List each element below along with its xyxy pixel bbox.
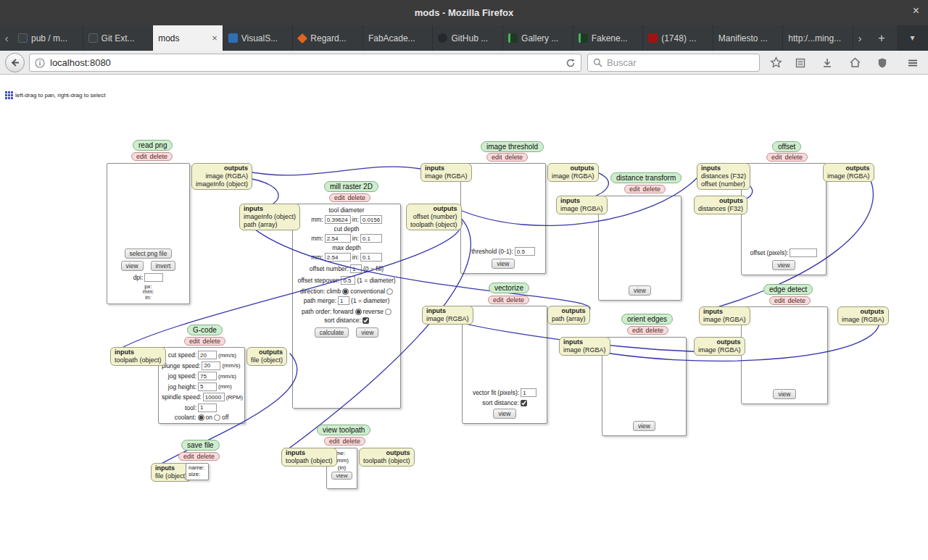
tool-input[interactable]: [198, 404, 217, 412]
jog-speed-input[interactable]: [198, 372, 217, 380]
vectorize-view-button[interactable]: view: [493, 409, 515, 419]
input-port-toolpath[interactable]: toolpath (object): [286, 457, 333, 465]
output-port-image-rgba[interactable]: image (RGBA): [698, 346, 741, 354]
module-mill-raster-title[interactable]: mill raster 2D: [324, 181, 378, 192]
all-tabs-button[interactable]: ▾: [897, 25, 928, 51]
offset-stepover-input[interactable]: [341, 276, 355, 285]
path-order-reverse-radio[interactable]: [385, 309, 392, 315]
delete-link[interactable]: delete: [343, 438, 361, 445]
delete-link[interactable]: delete: [785, 154, 803, 161]
read-png-invert-button[interactable]: invert: [151, 261, 176, 271]
output-port-toolpath[interactable]: toolpath (object): [410, 221, 457, 229]
output-port-path[interactable]: path (array): [552, 315, 586, 323]
input-port-path[interactable]: path (array): [244, 221, 296, 229]
output-port-image-rgba[interactable]: image (RGBA): [552, 172, 594, 180]
input-port-toolpath[interactable]: toolpath (object): [115, 356, 162, 364]
module-vectorize-title[interactable]: vectorize: [489, 283, 529, 293]
output-port-imageinfo[interactable]: imageInfo (object): [196, 180, 248, 188]
tab-fabacademy[interactable]: FabAcade...: [363, 25, 434, 51]
new-tab-button[interactable]: +: [866, 32, 897, 45]
cut-speed-input[interactable]: [198, 351, 217, 359]
tab-http-ming[interactable]: http:/...ming...: [783, 25, 853, 51]
module-image-threshold-title[interactable]: image threshold: [481, 141, 544, 152]
tab-manifiesto[interactable]: Manifiesto ...: [713, 25, 784, 51]
url-bar[interactable]: localhost:8080: [29, 54, 581, 72]
delete-link[interactable]: delete: [348, 194, 366, 201]
output-port-file[interactable]: file (object): [251, 356, 283, 364]
output-port-image-rgba[interactable]: image (RGBA): [842, 316, 884, 324]
tab-fakene[interactable]: Fakene...: [573, 25, 644, 51]
delete-link[interactable]: delete: [150, 153, 168, 160]
coolant-off-radio[interactable]: [214, 414, 220, 421]
tab-scroll-left-button[interactable]: ‹: [0, 25, 13, 51]
view-toolpath-view-button[interactable]: view: [331, 472, 352, 480]
cut-depth-mm-input[interactable]: [325, 234, 351, 243]
max-depth-mm-input[interactable]: [325, 253, 351, 262]
edit-link[interactable]: edit: [771, 154, 782, 161]
direction-climb-radio[interactable]: [342, 288, 349, 295]
edit-link[interactable]: edit: [136, 153, 147, 160]
tab-notifications[interactable]: (1748) ...: [643, 25, 713, 51]
tab-mods-active[interactable]: mods ×: [153, 25, 223, 51]
input-port-imageinfo[interactable]: imageInfo (object): [244, 213, 296, 221]
delete-link[interactable]: delete: [203, 338, 221, 345]
bookmarks-menu-icon[interactable]: [793, 56, 807, 70]
output-port-toolpath[interactable]: toolpath (object): [363, 457, 410, 465]
window-close-button[interactable]: ×: [913, 5, 919, 17]
back-button[interactable]: [5, 53, 25, 72]
home-icon[interactable]: [848, 56, 862, 70]
sort-distance-checkbox[interactable]: [521, 400, 527, 406]
edit-link[interactable]: edit: [334, 194, 345, 201]
module-gcode-title[interactable]: G-code: [187, 325, 223, 335]
module-save-file-title[interactable]: save file: [181, 440, 220, 451]
cut-depth-in-input[interactable]: [360, 234, 382, 243]
tool-diameter-mm-input[interactable]: [325, 215, 351, 224]
offset-number-input[interactable]: [350, 264, 362, 273]
reload-icon[interactable]: [566, 58, 576, 68]
edit-link[interactable]: edit: [492, 154, 502, 161]
input-port-image-rgba[interactable]: image (RGBA): [426, 315, 469, 323]
edit-link[interactable]: edit: [632, 327, 643, 334]
spindle-speed-input[interactable]: [203, 393, 225, 401]
delete-link[interactable]: delete: [507, 296, 525, 304]
threshold-input[interactable]: [515, 247, 535, 256]
vector-fit-input[interactable]: [521, 388, 536, 397]
modules-menu-grid-icon[interactable]: [5, 91, 13, 99]
url-text[interactable]: localhost:8080: [50, 57, 560, 68]
input-port-image-rgba[interactable]: image (RGBA): [703, 316, 746, 324]
tab-github[interactable]: GitHub ...: [433, 25, 503, 51]
jog-height-input[interactable]: [198, 383, 217, 391]
edit-link[interactable]: edit: [774, 297, 785, 304]
tool-diameter-in-input[interactable]: [360, 215, 382, 224]
tab-git-extensions[interactable]: Git Ext...: [83, 25, 154, 51]
direction-conventional-radio[interactable]: [386, 288, 393, 295]
offset-pixels-input[interactable]: [790, 248, 817, 257]
module-orient-edges-title[interactable]: orient edges: [621, 314, 673, 325]
mods-canvas[interactable]: left-drag to pan, right-drag to select r…: [0, 75, 928, 560]
input-port-image-rgba[interactable]: image (RGBA): [563, 346, 606, 354]
output-port-image-rgba[interactable]: image (RGBA): [827, 172, 870, 180]
tab-pub[interactable]: pub / m...: [13, 25, 83, 51]
path-order-forward-radio[interactable]: [355, 309, 362, 315]
select-png-file-button[interactable]: select png file: [125, 248, 173, 259]
menu-hamburger-icon[interactable]: [906, 56, 919, 70]
delete-link[interactable]: delete: [643, 185, 661, 193]
calculate-button[interactable]: calculate: [315, 327, 349, 338]
tab-visualstudio[interactable]: VisualS...: [223, 25, 294, 51]
tab-gallery[interactable]: Gallery ...: [503, 25, 573, 51]
image-threshold-view-button[interactable]: view: [492, 259, 514, 269]
module-read-png-title[interactable]: read png: [133, 140, 173, 151]
input-port-file[interactable]: file (object): [155, 472, 187, 480]
delete-link[interactable]: delete: [788, 297, 806, 304]
module-view-toolpath-title[interactable]: view toolpath: [317, 425, 370, 435]
sort-distance-checkbox[interactable]: [362, 317, 369, 324]
bookmark-star-icon[interactable]: [769, 56, 783, 70]
page-info-icon[interactable]: [35, 58, 45, 68]
delete-link[interactable]: delete: [505, 154, 523, 161]
path-merge-input[interactable]: [338, 296, 349, 305]
edge-detect-view-button[interactable]: view: [773, 389, 795, 399]
input-port-distances[interactable]: distances (F32): [701, 172, 746, 180]
mill-raster-view-button[interactable]: view: [356, 327, 378, 338]
coolant-on-radio[interactable]: [198, 414, 204, 421]
delete-link[interactable]: delete: [197, 453, 215, 460]
